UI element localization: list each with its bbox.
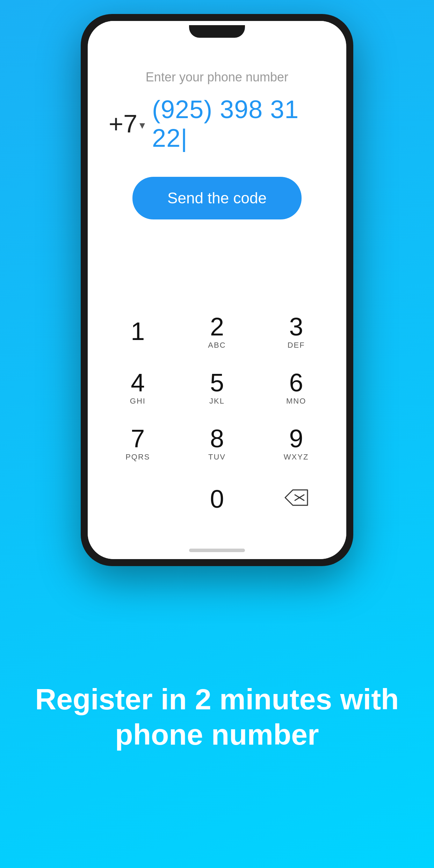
home-indicator: [189, 549, 245, 552]
phone-number-value: (925) 398 31 22: [152, 95, 299, 152]
bottom-headline: Register in 2 minutes with phone number: [35, 682, 399, 752]
key-3-alpha: DEF: [288, 341, 305, 350]
send-code-button[interactable]: Send the code: [132, 177, 302, 219]
key-5-alpha: JKL: [209, 397, 225, 406]
key-9-alpha: WXYZ: [284, 453, 309, 462]
key-0-num: 0: [210, 486, 224, 512]
key-1[interactable]: 1: [99, 304, 176, 360]
phone-number-display: (925) 398 31 22|: [152, 95, 325, 152]
country-code-value: +7: [109, 109, 137, 138]
key-4-alpha: GHI: [130, 397, 146, 406]
key-9[interactable]: 9 WXYZ: [258, 416, 335, 472]
phone-wrapper: Enter your phone number +7 ▾ (925) 398 3…: [81, 0, 353, 566]
key-7-num: 7: [131, 426, 145, 451]
key-2[interactable]: 2 ABC: [179, 304, 255, 360]
key-8-alpha: TUV: [208, 453, 226, 462]
key-2-num: 2: [210, 314, 224, 339]
key-2-alpha: ABC: [208, 341, 226, 350]
key-7-alpha: PQRS: [125, 453, 150, 462]
phone-screen: Enter your phone number +7 ▾ (925) 398 3…: [88, 21, 346, 559]
key-6[interactable]: 6 MNO: [258, 360, 335, 416]
key-4[interactable]: 4 GHI: [99, 360, 176, 416]
bottom-section: Register in 2 minutes with phone number: [0, 566, 434, 868]
screen-top: Enter your phone number +7 ▾ (925) 398 3…: [88, 42, 346, 297]
numpad-row-1: 1 2 ABC 3 DEF: [98, 304, 336, 360]
key-8-num: 8: [210, 426, 224, 451]
key-7[interactable]: 7 PQRS: [99, 416, 176, 472]
key-3[interactable]: 3 DEF: [258, 304, 335, 360]
camera-notch: [189, 25, 245, 38]
key-1-num: 1: [131, 319, 145, 344]
numpad-row-3: 7 PQRS 8 TUV 9 WXYZ: [98, 416, 336, 472]
key-5-num: 5: [210, 370, 224, 395]
numpad-row-2: 4 GHI 5 JKL 6 MNO: [98, 360, 336, 416]
phone-bottom-bar: [88, 542, 346, 559]
phone-input-row: +7 ▾ (925) 398 31 22|: [109, 95, 325, 152]
phone-frame: Enter your phone number +7 ▾ (925) 398 3…: [81, 14, 353, 566]
key-4-num: 4: [131, 370, 145, 395]
dropdown-arrow-icon: ▾: [139, 118, 145, 132]
backspace-key[interactable]: [258, 472, 335, 528]
key-5[interactable]: 5 JKL: [179, 360, 255, 416]
key-6-alpha: MNO: [286, 397, 306, 406]
backspace-icon: [284, 489, 309, 511]
key-empty: [99, 472, 176, 528]
key-3-num: 3: [289, 314, 303, 339]
key-6-num: 6: [289, 370, 303, 395]
cursor: |: [181, 124, 188, 152]
phone-label: Enter your phone number: [146, 70, 288, 85]
key-8[interactable]: 8 TUV: [179, 416, 255, 472]
country-code-selector[interactable]: +7 ▾: [109, 109, 145, 138]
numpad-row-4: 0: [98, 472, 336, 528]
phone-top-bar: [88, 21, 346, 42]
key-9-num: 9: [289, 426, 303, 451]
numpad: 1 2 ABC 3 DEF 4 GHI: [88, 297, 346, 542]
key-0[interactable]: 0: [179, 472, 255, 528]
